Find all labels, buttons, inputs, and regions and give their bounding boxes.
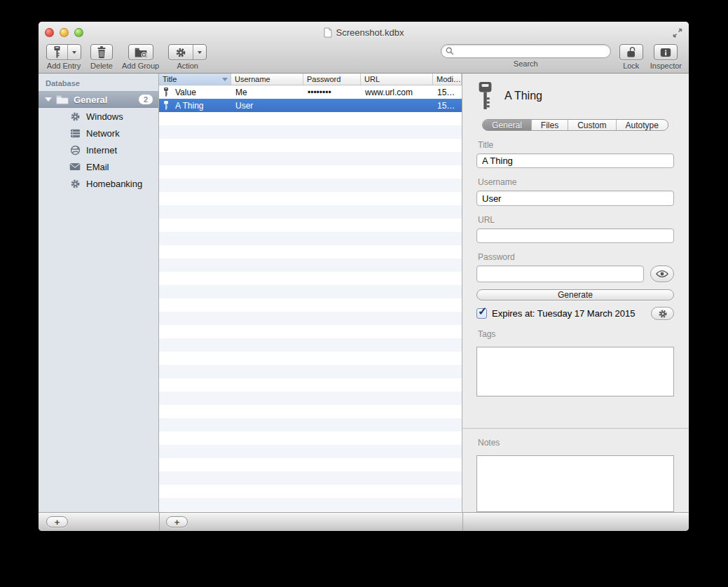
column-header-url[interactable]: URL: [361, 74, 433, 85]
column-header-password[interactable]: Password: [303, 74, 361, 85]
column-header-label: Password: [307, 75, 341, 83]
column-header-label: Username: [235, 75, 270, 83]
inspector-button[interactable]: [654, 44, 678, 60]
cell-title: A Thing: [159, 100, 231, 111]
key-icon: [476, 82, 494, 110]
eye-icon: [656, 270, 668, 278]
footer-divider: [159, 513, 160, 531]
key-icon: [163, 87, 169, 97]
cell-modified: 15…: [433, 88, 462, 97]
delete-button[interactable]: [90, 44, 113, 60]
lock-button[interactable]: [619, 44, 643, 60]
add-entry-plus-button[interactable]: +: [166, 516, 188, 527]
sort-descending-icon: [222, 78, 228, 81]
tab-autotype[interactable]: Autotype: [616, 120, 668, 130]
expires-row: ✓ Expires at: Tuesday 17 March 2015: [476, 307, 674, 320]
notes-label: Notes: [478, 438, 674, 448]
chevron-down-icon: [72, 51, 76, 54]
check-icon: ✓: [478, 305, 487, 318]
cell-text: A Thing: [175, 101, 203, 111]
column-header-label: URL: [364, 75, 380, 83]
envelope-icon: [69, 161, 81, 172]
gear-icon: [658, 309, 668, 319]
sidebar-items: WindowsNetworkInternetEMailHomebanking: [39, 108, 158, 192]
tab-custom[interactable]: Custom: [568, 120, 615, 130]
search-area: Search: [441, 44, 611, 68]
sidebar-group-general[interactable]: General 2: [39, 91, 158, 108]
lock-open-icon: [626, 46, 637, 58]
username-field[interactable]: [476, 191, 674, 205]
cell-text: Me: [235, 88, 247, 97]
cell-text: 15…: [437, 101, 455, 111]
titlebar[interactable]: Screenshot.kdbx: [39, 22, 689, 43]
inspector-item: Inspector: [650, 44, 682, 70]
gear-icon: [169, 45, 193, 60]
cell-text: www.url.com: [365, 88, 413, 97]
password-field[interactable]: [476, 265, 644, 282]
inspector-panel: A Thing GeneralFilesCustomAutotype Title…: [462, 74, 689, 512]
window-title: Screenshot.kdbx: [39, 22, 689, 43]
cell-url: www.url.com: [361, 88, 433, 97]
add-entry-item: Add Entry: [46, 44, 81, 70]
table-row[interactable]: ValueMe••••••••www.url.com15…: [159, 85, 462, 99]
cell-text: Value: [175, 88, 196, 97]
table-body[interactable]: ValueMe••••••••www.url.com15…A ThingUser…: [159, 85, 462, 512]
sidebar-item-internet[interactable]: Internet: [39, 141, 158, 158]
column-header-title[interactable]: Title: [159, 74, 231, 85]
right-tools: Lock Inspector: [619, 44, 682, 70]
cell-text: ••••••••: [308, 88, 331, 97]
disclosure-triangle-icon[interactable]: [45, 97, 52, 102]
sidebar-section-header: Database: [39, 74, 158, 91]
tab-general[interactable]: General: [483, 120, 531, 130]
tags-label: Tags: [478, 329, 674, 339]
expires-checkbox[interactable]: ✓: [476, 308, 487, 319]
add-entry-dropdown[interactable]: [67, 45, 81, 60]
sidebar-item-windows[interactable]: Windows: [39, 108, 158, 125]
gear-icon: [69, 178, 81, 189]
group-count-badge: 2: [139, 95, 153, 104]
url-field[interactable]: [476, 228, 674, 243]
fullscreen-icon[interactable]: [672, 27, 683, 39]
entry-table: TitleUsernamePasswordURLModi… ValueMe•••…: [159, 74, 462, 512]
inspector-header: A Thing: [476, 82, 674, 110]
sidebar-item-network[interactable]: Network: [39, 125, 158, 141]
sidebar-item-label: EMail: [86, 162, 109, 172]
generate-button[interactable]: Generate: [476, 289, 674, 301]
password-label: Password: [478, 252, 674, 262]
gear-icon: [69, 111, 81, 122]
tab-files[interactable]: Files: [531, 120, 568, 130]
cell-text: 15…: [437, 88, 455, 97]
sidebar-item-homebanking[interactable]: Homebanking: [39, 175, 158, 192]
sidebar-item-label: Homebanking: [86, 179, 142, 189]
search-input[interactable]: [457, 46, 606, 57]
notes-field[interactable]: [476, 455, 674, 512]
notes-divider: [462, 428, 689, 429]
content-area: Database General 2 WindowsNetworkInterne…: [39, 74, 689, 512]
show-password-button[interactable]: [650, 265, 674, 282]
tags-field[interactable]: [476, 347, 674, 396]
url-label: URL: [478, 215, 674, 225]
table-header: TitleUsernamePasswordURLModi…: [159, 74, 462, 85]
folder-plus-icon: [135, 47, 147, 58]
add-entry-button[interactable]: [46, 44, 81, 60]
column-header-modi[interactable]: Modi…: [433, 74, 462, 85]
add-group-plus-button[interactable]: +: [46, 516, 68, 527]
add-group-button[interactable]: [128, 44, 153, 60]
server-icon: [69, 127, 81, 139]
password-row: [476, 265, 674, 282]
chevron-down-icon: [198, 51, 202, 54]
table-row[interactable]: A ThingUser15…: [159, 99, 462, 112]
action-dropdown[interactable]: [193, 45, 206, 60]
title-field[interactable]: [476, 153, 674, 168]
sidebar-item-label: Internet: [86, 145, 117, 156]
window-chrome: Screenshot.kdbx Add Entry: [39, 22, 689, 74]
column-header-username[interactable]: Username: [231, 74, 303, 85]
action-button[interactable]: [168, 44, 207, 60]
cell-title: Value: [159, 87, 231, 97]
column-header-label: Title: [163, 75, 177, 83]
expires-settings-button[interactable]: [651, 307, 674, 320]
sidebar-item-email[interactable]: EMail: [39, 158, 158, 175]
sidebar-item-label: Windows: [86, 111, 123, 122]
search-field[interactable]: [441, 44, 611, 58]
cell-username: User: [231, 101, 303, 111]
